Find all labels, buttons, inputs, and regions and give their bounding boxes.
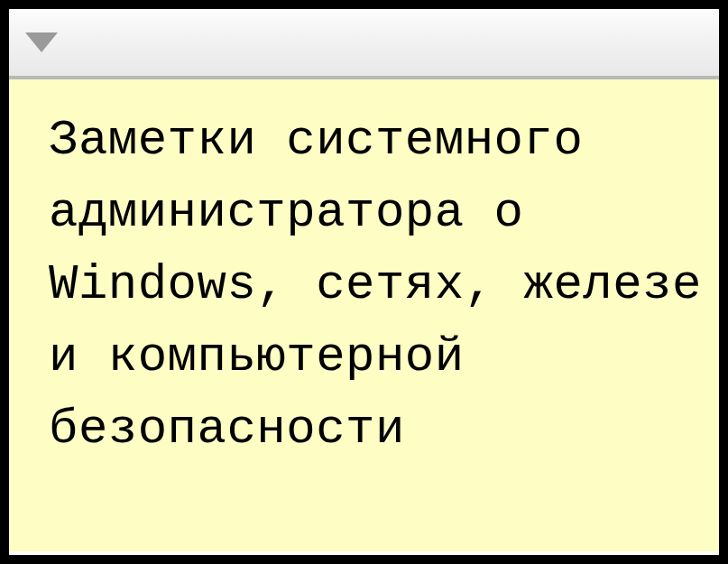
note-titlebar[interactable] [9,9,719,79]
menu-dropdown-icon[interactable] [25,32,58,52]
note-body-text[interactable]: Заметки системного администратора о Wind… [9,79,719,551]
sticky-note-window: Заметки системного администратора о Wind… [0,0,728,564]
